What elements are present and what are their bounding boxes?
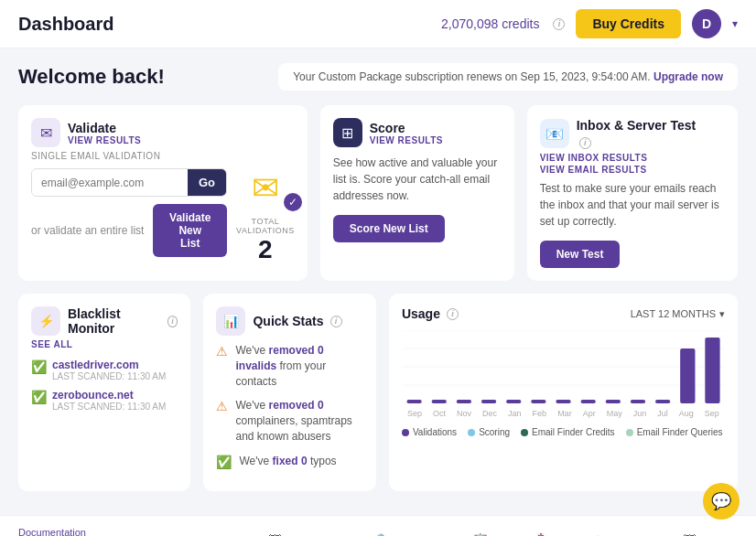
chart-x-label: Nov [457, 409, 471, 418]
usage-info-icon[interactable]: i [447, 308, 459, 320]
score-card-title-group: Score VIEW RESULTS [370, 121, 443, 145]
chart-x-label: Mar [557, 409, 572, 418]
quick-stats-title-group: Quick Stats i [253, 314, 341, 328]
legend-label: Validations [413, 427, 457, 437]
upgrade-link[interactable]: Upgrade now [653, 70, 723, 83]
usage-title: Usage [402, 306, 440, 321]
legend-dot [521, 429, 528, 436]
blacklist-title: Blacklist Monitor [68, 306, 161, 336]
legend-label: Scoring [479, 427, 510, 437]
chart-x-label: Sep [705, 409, 719, 418]
chart-x-label: Jun [633, 409, 647, 418]
chart-x-labels: SepOctNovDecJanFebMarAprMayJunJulAugSep [402, 409, 725, 418]
chart-x-label: Oct [433, 409, 446, 418]
validate-title: Validate [68, 121, 141, 135]
buy-credits-button[interactable]: Buy Credits [576, 9, 681, 38]
blacklist-title-group: Blacklist Monitor i [68, 306, 178, 336]
email-input[interactable] [32, 170, 188, 196]
blacklist-see-all[interactable]: SEE ALL [31, 339, 178, 349]
inbox-info-icon[interactable]: i [579, 137, 591, 149]
app-container: Dashboard 2,070,098 credits i Buy Credit… [0, 0, 756, 536]
usage-title-group: Usage i [402, 306, 459, 321]
footer-badge: 🛡 Privacy Shield Framework [642, 532, 738, 536]
header-right: 2,070,098 credits i Buy Credits D ▾ [441, 9, 738, 38]
inbox-card-title-group: Inbox & Server Test i [577, 118, 696, 149]
stat-text: We've fixed 0 typos [239, 454, 336, 469]
svg-rect-9 [506, 400, 521, 403]
chevron-down-icon[interactable]: ▾ [732, 17, 738, 30]
footer-badge: ⚖ GDPR Compliant [566, 532, 629, 536]
documentation-link[interactable]: Documentation [18, 527, 121, 536]
svg-rect-5 [406, 400, 421, 403]
chart-area: SepOctNovDecJanFebMarAprMayJunJulAugSep [402, 330, 725, 422]
footer-badge: 🛡 AICPA SOC 2 Certified [233, 532, 317, 536]
go-button[interactable]: Go [188, 169, 226, 196]
blacklist-site-name[interactable]: zerobounce.net [52, 389, 166, 402]
quick-stats-info-icon[interactable]: i [330, 316, 342, 327]
usage-range-selector[interactable]: LAST 12 MONTHS ▾ [631, 308, 725, 320]
svg-rect-11 [556, 400, 570, 403]
chart-x-label: Jan [508, 409, 522, 418]
blacklist-info-icon[interactable]: i [167, 316, 178, 327]
footer-links: Documentation Privacy Policy & Terms Ver… [18, 527, 121, 536]
inbox-view-links: VIEW INBOX RESULTS VIEW EMAIL RESULTS [540, 153, 725, 175]
cards-row-1: ✉ Validate VIEW RESULTS SINGLE EMAIL VAL… [18, 105, 738, 281]
legend-dot [402, 429, 409, 436]
validate-view-results[interactable]: VIEW RESULTS [68, 135, 141, 145]
footer-badge: 📋 ISO 29001 Certified [444, 532, 516, 536]
quick-stats-card: 📊 Quick Stats i ⚠ We've removed 0 invali… [203, 294, 375, 491]
footer: Documentation Privacy Policy & Terms Ver… [0, 515, 756, 536]
svg-rect-8 [481, 400, 496, 403]
quick-stats-header: 📊 Quick Stats i [216, 306, 362, 336]
usage-card: Usage i LAST 12 MONTHS ▾ SepOctNovDecJan… [389, 294, 738, 491]
chart-x-label: May [607, 409, 622, 418]
view-inbox-results-link[interactable]: VIEW INBOX RESULTS [540, 153, 725, 163]
chart-x-label: Aug [679, 409, 694, 418]
blacklist-check-icon: ✅ [31, 359, 47, 374]
score-new-list-button[interactable]: Score New List [333, 215, 445, 242]
legend-item: Email Finder Queries [626, 427, 723, 437]
chart-x-label: Apr [583, 409, 596, 418]
validate-new-list-button[interactable]: Validate New List [153, 204, 227, 257]
inbox-icon: 📧 [540, 119, 569, 148]
welcome-bar: Welcome back! Your Custom Package subscr… [18, 63, 738, 91]
svg-rect-14 [631, 400, 645, 403]
inbox-card: 📧 Inbox & Server Test i VIEW INBOX RESUL… [527, 105, 738, 281]
bar-chart [402, 330, 725, 403]
stat-icon: ⚠ [216, 344, 228, 359]
footer-badge: 🏥 HIPAA [529, 532, 553, 536]
svg-rect-17 [705, 338, 719, 403]
usage-range-label: LAST 12 MONTHS [631, 308, 716, 319]
header: Dashboard 2,070,098 credits i Buy Credit… [0, 0, 756, 48]
stat-icon: ✅ [216, 455, 232, 469]
credits-info-icon[interactable]: i [553, 18, 565, 30]
user-avatar: D [692, 9, 721, 38]
score-view-results[interactable]: VIEW RESULTS [370, 135, 443, 145]
blacklist-scan-time: LAST SCANNED: 11:30 AM [52, 371, 166, 381]
chat-fab-button[interactable]: 💬 [703, 483, 740, 520]
blacklist-site-name[interactable]: castledriver.com [52, 359, 166, 371]
stat-item: ⚠ We've removed 0 invalids from your con… [216, 343, 362, 389]
validate-row-bottom: or validate an entire list Validate New … [31, 204, 227, 257]
legend-dot [626, 429, 633, 436]
badge-icon: 🔒 [372, 532, 390, 536]
svg-rect-15 [655, 400, 670, 403]
view-email-results-link[interactable]: VIEW EMAIL RESULTS [540, 165, 725, 175]
chart-x-label: Sep [407, 409, 422, 418]
blacklist-item-info: zerobounce.net LAST SCANNED: 11:30 AM [52, 389, 166, 412]
stat-icon: ⚠ [216, 399, 228, 413]
blacklist-items-list: ✅ castledriver.com LAST SCANNED: 11:30 A… [31, 359, 178, 412]
footer-badges: 🛡 AICPA SOC 2 Certified🔒 SOC 2 TYPE II C… [233, 532, 738, 536]
svg-rect-6 [432, 400, 447, 403]
stat-text: We've removed 0 complainers, spamtraps a… [235, 398, 362, 444]
new-test-button[interactable]: New Test [540, 241, 621, 268]
svg-rect-7 [457, 400, 471, 403]
badge-icon: 🏥 [532, 532, 550, 536]
badge-icon: 🛡 [268, 532, 283, 536]
validate-or-text: or validate an entire list [31, 224, 144, 237]
stat-item: ✅ We've fixed 0 typos [216, 454, 362, 469]
legend-item: Email Finder Credits [521, 427, 615, 437]
svg-rect-16 [680, 348, 695, 403]
legend-item: Scoring [468, 427, 510, 437]
chart-legend: Validations Scoring Email Finder Credits… [402, 427, 725, 437]
